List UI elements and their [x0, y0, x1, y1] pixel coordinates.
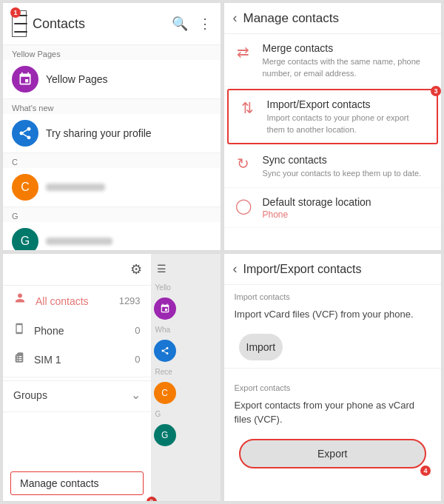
c-contact-item[interactable]: C [3, 168, 221, 207]
manage-contacts-panel: ‹ Manage contacts ⇄ Merge contacts Merge… [223, 2, 443, 251]
all-contacts-icon [13, 292, 27, 309]
g-contact-item[interactable]: G [3, 222, 221, 251]
all-contacts-count: 1293 [119, 295, 141, 306]
manage-contacts-header: ‹ Manage contacts [224, 3, 442, 34]
peek-recent-label: Rece [154, 366, 218, 377]
c-section-label: C [3, 153, 221, 168]
import-export-title: Import/Export contacts [267, 98, 427, 111]
peek-yellow-avatar [154, 298, 176, 320]
default-storage-item[interactable]: ◯ Default storage location Phone [224, 188, 442, 228]
peek-share-avatar [154, 340, 176, 362]
groups-label: Groups [13, 389, 122, 401]
share-profile-item[interactable]: Try sharing your profile [3, 114, 221, 153]
default-storage-subtitle: Phone [263, 209, 371, 220]
yellow-pages-section-label: Yellow Pages [3, 45, 221, 60]
manage-contacts-button[interactable]: Manage contacts [10, 471, 144, 495]
divider [3, 377, 151, 377]
import-section-label: Import contacts [224, 285, 442, 304]
sync-contacts-title: Sync contacts [263, 153, 422, 167]
share-profile-avatar [12, 120, 38, 147]
import-export-desc: Import contacts to your phone or export … [267, 112, 427, 135]
sim-icon [13, 352, 25, 367]
contacts-peek: ☰ Yello Wha Rece C G G [151, 254, 221, 501]
import-export-item[interactable]: ⇅ Import/Export contacts Import contacts… [227, 89, 439, 144]
phone-icon [13, 323, 25, 338]
c-contact-name [46, 184, 105, 191]
peek-c-avatar: C [154, 382, 176, 404]
drawer-sidebar: ⚙ All contacts 1293 Phone 0 SIM 1 0 Gro [3, 254, 151, 501]
share-profile-name: Try sharing your profile [46, 127, 152, 139]
merge-icon: ⇄ [235, 43, 252, 61]
sim1-count: 0 [135, 354, 140, 365]
bottom-divider [3, 411, 151, 412]
header-icons: 🔍 ⋮ [172, 16, 212, 32]
phone-count: 0 [135, 325, 140, 336]
gear-icon[interactable]: ⚙ [130, 261, 142, 278]
drawer-panel: ⚙ All contacts 1293 Phone 0 SIM 1 0 Gro [2, 253, 221, 502]
merge-contacts-content: Merge contacts Merge contacts with the s… [263, 41, 431, 79]
whats-new-section-label: What's new [3, 99, 221, 114]
import-export-title: Import/Export contacts [243, 263, 362, 276]
import-export-icon: ⇅ [239, 99, 257, 117]
badge-1: 1 [10, 7, 21, 18]
default-storage-title: Default storage location [263, 195, 371, 209]
sync-contacts-desc: Sync your contacts to keep them up to da… [263, 168, 422, 179]
groups-row[interactable]: Groups ⌄ [3, 380, 151, 409]
merge-contacts-title: Merge contacts [263, 41, 431, 55]
contacts-panel: Contacts 🔍 ⋮ 1 Yellow Pages Yellow Pages… [2, 2, 221, 251]
sim1-item[interactable]: SIM 1 0 [3, 345, 151, 374]
back-button[interactable]: ‹ [233, 10, 238, 26]
contacts-header: Contacts 🔍 ⋮ 1 [3, 3, 221, 45]
badge-4: 4 [420, 466, 431, 476]
import-export-content: Import/Export contacts Import contacts t… [267, 98, 427, 135]
peek-yellow-label: Yello [154, 282, 218, 293]
contacts-title: Contacts [33, 16, 166, 32]
import-export-panel: ‹ Import/Export contacts Import contacts… [223, 253, 443, 502]
all-contacts-item[interactable]: All contacts 1293 [3, 286, 151, 316]
search-icon[interactable]: 🔍 [172, 16, 188, 32]
yellow-pages-name: Yellow Pages [46, 73, 108, 85]
more-options-icon[interactable]: ⋮ [198, 16, 212, 32]
yellow-pages-item[interactable]: Yellow Pages [3, 60, 221, 99]
drawer-header: ⚙ [3, 254, 151, 286]
default-storage-content: Default storage location Phone [263, 195, 371, 220]
import-back-button[interactable]: ‹ [233, 261, 238, 277]
storage-icon: ◯ [235, 197, 252, 215]
export-section-label: Export contacts [224, 376, 442, 395]
sync-contacts-item[interactable]: ↻ Sync contacts Sync your contacts to ke… [224, 146, 442, 188]
yellow-pages-avatar [12, 66, 38, 93]
sim1-label: SIM 1 [34, 354, 126, 366]
phone-item[interactable]: Phone 0 [3, 316, 151, 345]
g-contact-avatar: G [12, 228, 38, 251]
import-button[interactable]: Import [239, 334, 283, 360]
peek-what-label: Wha [154, 324, 218, 335]
import-desc: Import vCard files (VCF) from your phone… [224, 304, 442, 329]
peek-g-avatar: G [154, 424, 176, 446]
chevron-down-icon: ⌄ [131, 388, 141, 402]
export-desc: Export contacts from your phone as vCard… [224, 395, 442, 434]
phone-label: Phone [34, 325, 126, 337]
sync-contacts-content: Sync contacts Sync your contacts to keep… [263, 153, 422, 180]
export-button[interactable]: Export [239, 439, 427, 468]
import-export-divider [224, 368, 442, 369]
merge-contacts-desc: Merge contacts with the same name, phone… [263, 56, 431, 79]
c-contact-avatar: C [12, 174, 38, 201]
all-contacts-label: All contacts [36, 295, 110, 307]
manage-contacts-title: Manage contacts [243, 11, 339, 26]
import-export-header: ‹ Import/Export contacts [224, 254, 442, 285]
g-section-label: G [3, 207, 221, 222]
merge-contacts-item[interactable]: ⇄ Merge contacts Merge contacts with the… [224, 34, 442, 87]
sync-icon: ↻ [235, 155, 252, 172]
g-contact-name [46, 238, 112, 245]
peek-g-label: G [154, 409, 218, 420]
badge-3: 3 [431, 86, 441, 96]
